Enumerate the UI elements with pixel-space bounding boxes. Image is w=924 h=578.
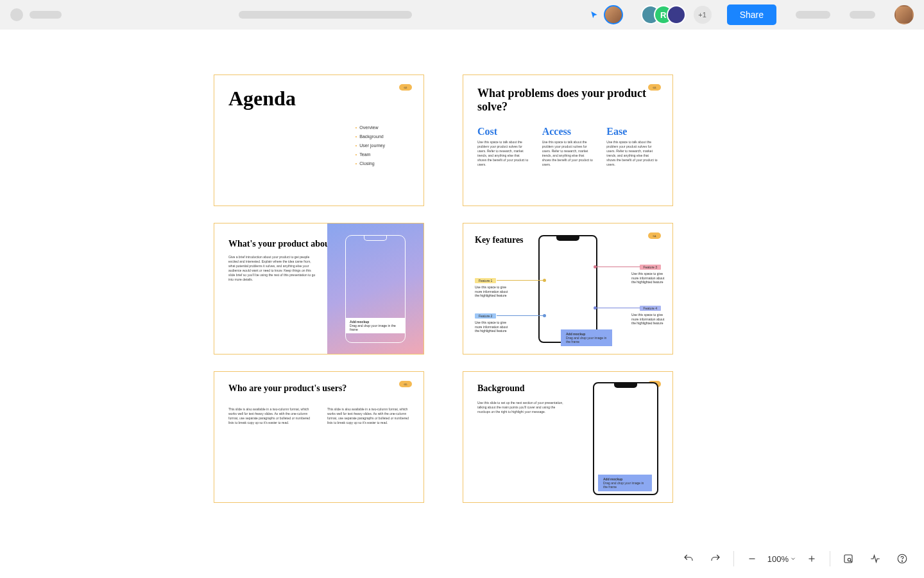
menu-placeholder[interactable] bbox=[10, 8, 23, 21]
phone-mockup: Add mockup Drag and drop your image in t… bbox=[345, 235, 406, 343]
map-view-button[interactable] bbox=[835, 546, 861, 572]
svg-point-43 bbox=[902, 561, 902, 561]
mockup-label: Add mockupDrag and drop your image in th… bbox=[598, 475, 652, 491]
feature-desc: Use this space to give more information … bbox=[475, 320, 509, 333]
slide-title: Agenda bbox=[228, 87, 409, 110]
slide-about[interactable]: What's your product about? Give a brief … bbox=[214, 223, 424, 355]
canvas[interactable]: 02 Agenda Overview Background User journ… bbox=[0, 30, 924, 578]
slide-problems[interactable]: 03 What problems does your product solve… bbox=[463, 74, 673, 206]
column-text: Use this space to talk about the problem… bbox=[477, 140, 529, 167]
slide-title: Key features bbox=[475, 235, 524, 246]
title-placeholder bbox=[30, 11, 62, 19]
collaborator-avatars[interactable]: R bbox=[641, 5, 686, 24]
slide-title: What problems does your product solve? bbox=[477, 87, 658, 113]
connector-dot bbox=[594, 306, 597, 310]
slide-grid: 02 Agenda Overview Background User journ… bbox=[214, 74, 673, 503]
mockup-label: Add mockup Drag and drop your image in t… bbox=[346, 318, 405, 333]
feature-desc: Use this space to give more information … bbox=[631, 313, 666, 326]
agenda-list: Overview Background User journey Team Cl… bbox=[355, 125, 385, 170]
list-item: User journey bbox=[355, 143, 385, 148]
slide-body: Give a brief introduction about your pro… bbox=[228, 255, 315, 282]
account-avatar[interactable] bbox=[894, 5, 914, 24]
connector-line bbox=[497, 280, 544, 281]
svg-line-41 bbox=[850, 561, 851, 562]
feature-tag: Feature 3 bbox=[640, 265, 661, 270]
slide-users[interactable]: 05 Who are your product's users? This sl… bbox=[214, 371, 424, 503]
board-title-placeholder[interactable] bbox=[239, 11, 412, 19]
slide-badge: 05 bbox=[399, 381, 412, 387]
connector-dot bbox=[594, 265, 597, 268]
list-item: Overview bbox=[355, 125, 385, 130]
slide-agenda[interactable]: 02 Agenda Overview Background User journ… bbox=[214, 74, 424, 206]
slide-features[interactable]: 04 Key features Feature 1 Use this space… bbox=[463, 223, 673, 355]
connector-dot bbox=[543, 314, 546, 317]
slide-background[interactable]: 07 Background Use this slide to set up t… bbox=[463, 371, 673, 503]
connector-dot bbox=[543, 279, 546, 282]
slide-body: Use this slide to set up the next sectio… bbox=[477, 401, 564, 414]
feature-desc: Use this space to give more information … bbox=[475, 285, 509, 298]
header-skel-1 bbox=[796, 11, 830, 19]
connector-line bbox=[595, 308, 640, 308]
presence-cursor-icon bbox=[590, 10, 599, 19]
list-item: Background bbox=[355, 134, 385, 139]
slide-badge: 04 bbox=[648, 232, 661, 239]
connector-line bbox=[595, 267, 640, 267]
current-user-avatar[interactable] bbox=[604, 5, 623, 24]
header-skel-2 bbox=[850, 11, 875, 19]
app-header: R +1 Share bbox=[0, 0, 924, 30]
list-item: Team bbox=[355, 152, 385, 157]
column-head: Cost bbox=[477, 126, 529, 137]
column-text: Use this space to talk about the problem… bbox=[542, 140, 594, 167]
two-column-text: This slide is also available in a two-co… bbox=[228, 407, 409, 425]
column-text: This slide is also available in a two-co… bbox=[327, 407, 409, 425]
undo-button[interactable] bbox=[676, 546, 701, 572]
slide-badge: 03 bbox=[648, 84, 661, 91]
avatar[interactable] bbox=[667, 5, 686, 24]
share-button[interactable]: Share bbox=[727, 4, 776, 25]
column-text: Use this space to talk about the problem… bbox=[606, 140, 658, 167]
header-right: R +1 Share bbox=[590, 4, 914, 25]
zoom-in-button[interactable] bbox=[799, 546, 825, 572]
header-left bbox=[10, 8, 62, 21]
list-item: Closing bbox=[355, 161, 385, 166]
slide-title: Who are your product's users? bbox=[228, 383, 409, 394]
bottom-toolbar: 100% bbox=[676, 546, 915, 572]
column-head: Access bbox=[542, 126, 594, 137]
problems-columns: CostUse this space to talk about the pro… bbox=[477, 126, 658, 167]
feature-desc: Use this space to give more information … bbox=[631, 272, 666, 285]
zoom-out-button[interactable] bbox=[739, 546, 765, 572]
divider bbox=[733, 551, 734, 566]
divider bbox=[830, 551, 830, 566]
mockup-label: Add mockupDrag and drop your image in th… bbox=[561, 329, 612, 346]
header-center bbox=[62, 11, 590, 19]
phone-mockup bbox=[538, 235, 597, 343]
column-head: Ease bbox=[606, 126, 658, 137]
help-button[interactable] bbox=[889, 546, 915, 572]
zoom-level[interactable]: 100% bbox=[766, 554, 798, 564]
feature-tag: Feature 4 bbox=[640, 306, 661, 311]
connector-line bbox=[497, 315, 544, 316]
avatar-overflow[interactable]: +1 bbox=[694, 6, 712, 24]
feature-tag: Feature 1 bbox=[475, 278, 496, 283]
activity-button[interactable] bbox=[862, 546, 888, 572]
redo-button[interactable] bbox=[703, 546, 728, 572]
feature-tag: Feature 2 bbox=[475, 313, 496, 319]
column-text: This slide is also available in a two-co… bbox=[228, 407, 311, 425]
gradient-panel: Add mockup Drag and drop your image in t… bbox=[327, 223, 424, 354]
slide-badge: 02 bbox=[399, 84, 412, 91]
